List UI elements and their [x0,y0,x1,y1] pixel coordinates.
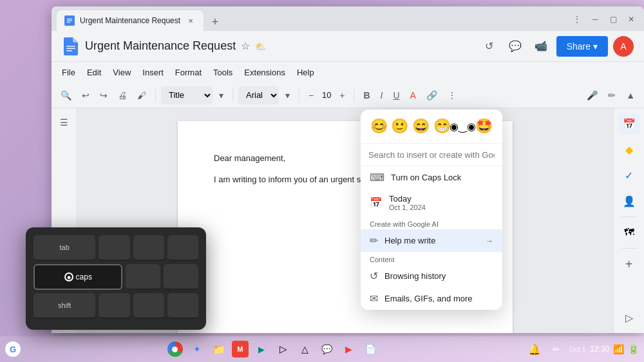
today-row[interactable]: 📅 Today Oct 1, 2024 [361,189,502,216]
emails-gifs-row[interactable]: ✉ Emails, GIFs, and more [361,287,502,310]
maximize-button[interactable]: ▢ [605,12,621,27]
key-q[interactable] [99,235,129,261]
taskbar-date: Oct 1 [569,345,586,353]
more-formats-button[interactable]: ⋮ [444,86,460,104]
pen-button[interactable]: ✏ [604,86,620,104]
font-size-control: − 10 + [305,86,348,104]
star-icon[interactable]: ☆ [241,40,250,52]
key-x[interactable] [133,293,164,319]
key-c[interactable] [167,293,198,319]
emoji-row: 😊 🙂 😄 😁 ◉‿◉ 🤩 [361,110,502,144]
chrome-taskbar-icon[interactable] [166,340,184,358]
emoji-grin[interactable]: 😄 [411,116,431,137]
user-avatar[interactable]: A [613,36,634,57]
emoji-search-input[interactable] [368,150,495,160]
emoji-slight-smile[interactable]: 🙂 [390,116,410,137]
menu-extensions[interactable]: Extensions [239,65,290,80]
tab-close-button[interactable]: ✕ [185,15,196,26]
spell-check-icon[interactable]: 🔍 [57,86,75,104]
cloud-icon[interactable]: ⛅ [255,41,266,52]
svg-rect-5 [66,48,75,49]
add-addon-button[interactable]: + [619,254,639,274]
create-section-label: Create with Google AI [361,216,502,229]
calendar-icon: 📅 [370,196,383,209]
key-a[interactable] [126,264,160,290]
italic-button[interactable]: I [377,86,387,104]
youtube-icon[interactable]: ▶ [340,340,358,358]
notifications-icon[interactable]: 🔔 [526,340,544,358]
active-tab[interactable]: Urgent Maintenance Request ✕ [57,10,204,31]
print-button[interactable]: 🖨 [114,86,131,104]
underline-button[interactable]: U [389,86,403,104]
key-e[interactable] [167,235,198,261]
increase-font-button[interactable]: + [336,86,348,104]
outline-icon[interactable]: ☰ [55,113,73,131]
docs-taskbar-icon[interactable]: 📄 [362,340,380,358]
font-chevron[interactable]: ▾ [281,86,294,104]
new-tab-button[interactable]: + [206,13,224,31]
shift-key[interactable]: shift [33,293,95,319]
menu-format[interactable]: Format [170,65,207,80]
tasks-addon-icon[interactable]: ✓ [619,165,639,186]
text-color-button[interactable]: A [406,86,420,104]
calendar-addon-icon[interactable]: 📅 [619,113,639,134]
gmail-icon[interactable]: M [232,341,249,357]
share-button[interactable]: Share ▾ [556,36,608,57]
undo-button[interactable]: ↩ [78,86,93,104]
gemini-icon[interactable]: ✦ [188,340,206,358]
expand-sidebar-button[interactable]: ▷ [619,307,639,328]
menu-tools[interactable]: Tools [208,65,238,80]
caps-lock-row[interactable]: ⌨ Turn on Caps Lock [361,166,502,189]
svg-rect-2 [67,21,72,21]
keep-addon-icon[interactable]: ◆ [619,139,639,160]
menu-help[interactable]: Help [292,65,319,80]
redo-button[interactable]: ↪ [96,86,111,104]
share-label: Share [567,41,591,52]
font-selector[interactable]: Arial [238,86,279,104]
menu-file[interactable]: File [57,65,80,80]
collapse-toolbar-button[interactable]: ▲ [622,86,639,104]
caps-lock-key[interactable]: ◆ caps [33,264,122,290]
close-window-button[interactable]: ✕ [623,12,639,27]
key-z[interactable] [99,293,129,319]
toolbar-divider-3 [299,89,299,102]
menu-edit[interactable]: Edit [82,65,106,80]
menu-view[interactable]: View [108,65,136,80]
menu-insert[interactable]: Insert [137,65,169,80]
emoji-smile[interactable]: 😊 [368,116,389,137]
history-icon[interactable]: ↺ [479,36,500,57]
chat-icon[interactable]: 💬 [505,36,526,57]
voice-typing-button[interactable]: 🎤 [583,86,601,104]
pen-input-icon[interactable]: ✏ [547,340,565,358]
font-size-value[interactable]: 10 [319,90,334,100]
emoji-robot[interactable]: ◉‿◉ [453,116,473,137]
google-g-label: G [10,345,16,354]
google-g-button[interactable]: G [5,341,21,357]
video-icon[interactable]: 📹 [531,36,551,57]
meet-icon[interactable]: ▶ [252,340,270,358]
doc-title[interactable]: Urgent Maintenance Request [85,39,236,53]
minimize-button[interactable]: ─ [587,12,603,27]
tab-key[interactable]: tab [33,235,95,261]
key-w[interactable] [133,235,164,261]
bold-button[interactable]: B [359,86,374,104]
more-menu-button[interactable]: ⋮ [569,12,585,27]
help-me-write-row[interactable]: ✏ Help me write → [361,229,502,252]
decrease-font-button[interactable]: − [305,86,317,104]
share-chevron: ▾ [593,41,598,52]
key-s[interactable] [164,264,198,290]
maps-addon-icon[interactable]: 🗺 [619,222,639,243]
key-row-2: ◆ caps [33,264,198,290]
contacts-addon-icon[interactable]: 👤 [619,191,639,211]
browsing-history-row[interactable]: ↺ Browsing history [361,265,502,287]
style-chevron[interactable]: ▾ [215,86,227,104]
paint-format-button[interactable]: 🖌 [133,86,150,104]
files-icon[interactable]: 📁 [210,340,228,358]
play-store-icon[interactable]: ▷ [274,340,292,358]
svg-rect-1 [67,19,72,19]
link-button[interactable]: 🔗 [422,86,441,104]
messages-icon[interactable]: 💬 [318,340,336,358]
emoji-star-face[interactable]: 🤩 [474,116,495,137]
drive-icon[interactable]: △ [296,340,314,358]
style-selector[interactable]: Title [161,86,213,104]
